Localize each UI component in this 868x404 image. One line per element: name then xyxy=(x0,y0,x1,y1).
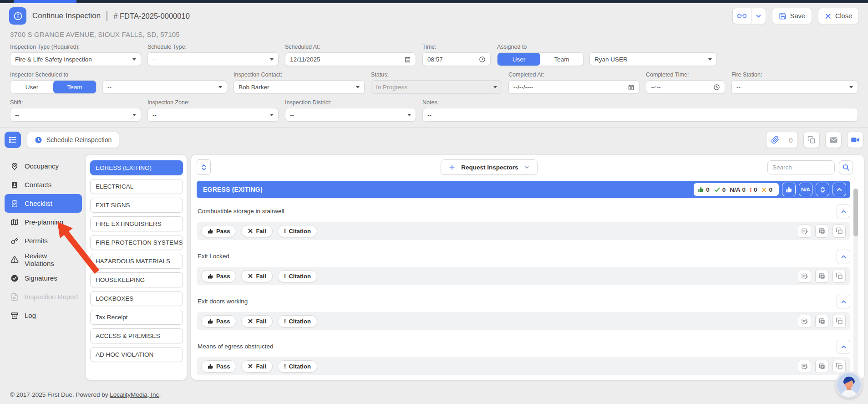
citation-button[interactable]: ! Citation xyxy=(278,225,317,237)
time-input[interactable]: 08:57 xyxy=(422,52,491,66)
expand-collapse-all-button[interactable] xyxy=(816,183,829,196)
category-item[interactable]: ELECTRICAL xyxy=(90,179,183,194)
save-button[interactable]: Save xyxy=(772,8,812,24)
inspector-user-segment[interactable]: User xyxy=(10,81,53,93)
fire-station-select[interactable]: -- xyxy=(731,80,858,94)
inspector-team-select[interactable]: -- xyxy=(102,80,227,94)
note-icon-button[interactable] xyxy=(798,315,811,328)
sidebar-item-log[interactable]: Log xyxy=(5,306,82,325)
fail-button[interactable]: Fail xyxy=(241,270,272,282)
caret-icon xyxy=(132,114,136,116)
collapse-section-button[interactable] xyxy=(832,183,846,196)
completed-time-input[interactable]: --:-- xyxy=(646,80,725,94)
citation-button[interactable]: ! Citation xyxy=(278,360,317,373)
add-photo-icon-button[interactable] xyxy=(815,270,828,283)
sidebar-item-contacts[interactable]: Contacts xyxy=(5,175,82,194)
schedule-reinspection-button[interactable]: Schedule Reinspection xyxy=(27,132,119,148)
category-item[interactable]: LOCKBOXES xyxy=(90,291,183,306)
close-button[interactable]: Close xyxy=(818,8,859,24)
inspection-district-select[interactable]: -- xyxy=(285,108,416,122)
reorder-button[interactable] xyxy=(197,159,211,175)
category-item[interactable]: HAZARDOUS MATERIALS xyxy=(90,254,183,269)
category-item[interactable]: HOUSEKEEPING xyxy=(90,272,183,287)
category-item[interactable]: FIRE PROTECTION SYSTEMS xyxy=(90,235,183,250)
localitymedia-link[interactable]: LocalityMedia, Inc xyxy=(110,391,159,398)
assigned-user-select[interactable]: Ryan USER xyxy=(589,52,717,66)
inspection-contact-select[interactable]: Bob Barker xyxy=(233,80,365,94)
pass-all-button[interactable] xyxy=(782,183,796,196)
category-item[interactable]: AD HOC VIOLATION xyxy=(90,347,183,362)
chevron-down-icon[interactable] xyxy=(751,8,766,24)
add-photo-icon-button[interactable] xyxy=(815,360,828,373)
sidebar-item-signatures[interactable]: Signatures xyxy=(5,269,82,287)
schedule-type-select[interactable]: -- xyxy=(147,52,279,66)
link-icon[interactable] xyxy=(733,8,751,24)
note-icon-button[interactable] xyxy=(798,225,811,238)
request-inspectors-button[interactable]: Request Inspectors xyxy=(441,159,537,175)
video-button[interactable] xyxy=(847,132,863,148)
copy-item-icon-button[interactable] xyxy=(832,270,846,283)
completed-at-input[interactable]: --/--/---- xyxy=(508,80,640,94)
checklist-menu-button[interactable] xyxy=(5,132,21,148)
sidebar-item-pre-planning[interactable]: Pre-planning xyxy=(5,213,82,231)
pass-button[interactable]: Pass xyxy=(201,360,236,373)
citation-button[interactable]: ! Citation xyxy=(278,270,317,282)
inspection-zone-select[interactable]: -- xyxy=(147,108,279,122)
pass-button[interactable]: Pass xyxy=(201,225,236,237)
scrollbar-thumb[interactable] xyxy=(853,189,858,236)
scheduled-at-input[interactable]: 12/11/2025 xyxy=(285,52,416,66)
inspector-team-segment[interactable]: Team xyxy=(53,81,96,93)
video-camera-icon xyxy=(851,135,860,144)
inspection-type-select[interactable]: Fire & Life Safety Inspection xyxy=(10,52,141,66)
copy-inspection-button[interactable] xyxy=(803,132,820,148)
copy-item-icon-button[interactable] xyxy=(832,225,846,238)
pass-button[interactable]: Pass xyxy=(201,315,236,327)
schedule-type-label: Schedule Type: xyxy=(147,44,279,50)
search-button[interactable] xyxy=(839,160,853,174)
scrollbar[interactable] xyxy=(853,189,858,378)
citation-button[interactable]: ! Citation xyxy=(278,315,317,327)
category-item[interactable]: ACCESS & PREMISES xyxy=(90,328,183,343)
copy-item-icon-button[interactable] xyxy=(832,360,846,373)
info-icon-button[interactable] xyxy=(9,7,26,25)
chevron-up-icon xyxy=(840,298,847,305)
note-icon-button[interactable] xyxy=(798,270,811,283)
fail-button[interactable]: Fail xyxy=(241,360,272,373)
shift-select[interactable]: -- xyxy=(10,108,141,122)
collapse-item-button[interactable] xyxy=(837,340,850,353)
checklist-item: Exit doors working Pass Fail ! Citation xyxy=(191,289,864,330)
category-item[interactable]: EXIT SIGNS xyxy=(90,198,183,213)
assigned-to-team-segment[interactable]: Team xyxy=(540,53,583,66)
search-input[interactable] xyxy=(767,160,835,174)
fail-button[interactable]: Fail xyxy=(241,225,272,237)
assigned-to-user-segment[interactable]: User xyxy=(497,53,540,66)
pass-button[interactable]: Pass xyxy=(201,270,236,282)
collapse-item-button[interactable] xyxy=(837,250,850,263)
attachments-button[interactable]: 0 xyxy=(766,132,798,148)
collapse-item-button[interactable] xyxy=(837,295,850,308)
fail-button[interactable]: Fail xyxy=(241,315,272,327)
note-edit-icon xyxy=(801,272,808,280)
category-item[interactable]: EGRESS (EXITING) xyxy=(90,160,183,175)
na-all-button[interactable]: N/A xyxy=(799,183,812,196)
copy-item-icon-button[interactable] xyxy=(832,315,846,328)
sidebar-item-occupancy[interactable]: Occupancy xyxy=(5,157,82,175)
sidebar-item-checklist[interactable]: Checklist xyxy=(5,194,82,213)
add-photo-icon-button[interactable] xyxy=(815,315,828,328)
citation-label: Citation xyxy=(289,318,310,325)
attachment-count: 0 xyxy=(784,132,797,148)
sidebar-item-permits[interactable]: Permits xyxy=(5,231,82,250)
sidebar-item-review-violations[interactable]: Review Violations xyxy=(5,250,82,269)
caret-icon xyxy=(708,58,712,61)
category-item[interactable]: FIRE EXTINGUISHERS xyxy=(90,216,183,231)
notes-input[interactable]: -- xyxy=(422,108,858,122)
note-icon-button[interactable] xyxy=(798,360,811,373)
collapse-item-button[interactable] xyxy=(837,205,850,218)
inspector-scheduled-to-label: Inspector Scheduled to xyxy=(10,72,227,78)
category-section-header: EGRESS (EXITING) 0 0 N/A 0 ! 0 0 N/A xyxy=(197,181,850,198)
category-item[interactable]: Tax Receipt xyxy=(90,310,183,325)
chat-widget-avatar[interactable] xyxy=(836,372,862,398)
copyright-text: © 2017-2025 First Due. Powered by xyxy=(10,391,110,398)
email-button[interactable] xyxy=(825,132,842,148)
add-photo-icon-button[interactable] xyxy=(815,225,828,238)
